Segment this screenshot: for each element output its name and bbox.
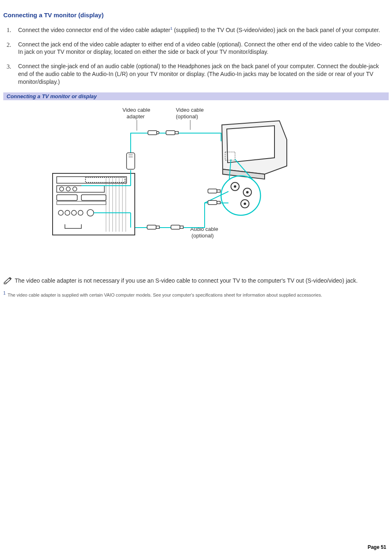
note-paragraph: The video cable adapter is not necessary… [3, 277, 389, 286]
note-text: The video cable adapter is not necessary… [13, 277, 357, 284]
label-video-optional-2: (optional) [176, 113, 198, 120]
svg-rect-14 [156, 226, 159, 228]
figure-caption: Connecting a TV monitor or display [3, 92, 389, 100]
svg-point-44 [58, 210, 63, 215]
page-number: Page 51 [368, 544, 386, 550]
label-audio-2: (optional) [191, 233, 214, 239]
svg-point-46 [71, 210, 76, 215]
tv-monitor-icon [222, 121, 287, 179]
footnote: 1 The video cable adapter is supplied wi… [3, 290, 389, 298]
svg-point-26 [244, 203, 246, 205]
connection-diagram: Video cable adapter Video cable (optiona… [28, 104, 291, 252]
svg-point-22 [234, 185, 236, 188]
step-text-post: (supplied) to the TV Out (S-video/video)… [173, 27, 380, 33]
svg-point-39 [66, 187, 70, 191]
section-title: Connecting a TV monitor (display) [3, 12, 389, 18]
svg-rect-15 [171, 225, 180, 229]
svg-point-40 [73, 187, 77, 191]
svg-rect-11 [208, 200, 217, 205]
footnote-text: The video cable adapter is supplied with… [7, 292, 322, 297]
label-video-adapter-2: adapter [127, 113, 145, 120]
svg-rect-6 [127, 153, 135, 169]
label-audio: Audio cable [190, 226, 218, 232]
svg-rect-9 [208, 189, 217, 193]
svg-point-48 [87, 210, 94, 216]
svg-point-45 [65, 210, 70, 215]
step-item: Connect the jack end of the video cable … [18, 41, 386, 56]
footnote-number: 1 [3, 291, 6, 295]
svg-point-18 [221, 176, 261, 215]
step-item: Connect the single-jack end of an audio … [18, 62, 386, 86]
svg-rect-12 [217, 201, 220, 204]
note-icon [3, 277, 12, 286]
svg-rect-5 [175, 131, 178, 134]
svg-point-3 [157, 131, 159, 134]
svg-point-38 [60, 187, 64, 191]
svg-rect-10 [217, 190, 220, 192]
svg-rect-42 [81, 195, 106, 200]
step-text: Connect the single-jack end of an audio … [18, 63, 379, 85]
svg-rect-4 [166, 131, 175, 135]
step-item: Connect the video connector end of the v… [18, 26, 386, 34]
steps-list: Connect the video connector end of the v… [3, 26, 389, 86]
label-video-adapter: Video cable [122, 107, 150, 113]
step-text: Connect the video connector end of the v… [18, 27, 170, 33]
svg-rect-2 [148, 131, 157, 135]
svg-rect-41 [57, 195, 77, 200]
document-page: Connecting a TV monitor (display) Connec… [0, 0, 392, 555]
svg-point-24 [246, 191, 249, 193]
svg-point-47 [78, 210, 83, 215]
label-video-optional: Video cable [176, 107, 204, 113]
svg-rect-16 [180, 226, 183, 228]
step-text: Connect the jack end of the video cable … [18, 41, 382, 55]
computer-back-panel-icon [53, 173, 135, 235]
svg-rect-13 [147, 225, 156, 229]
